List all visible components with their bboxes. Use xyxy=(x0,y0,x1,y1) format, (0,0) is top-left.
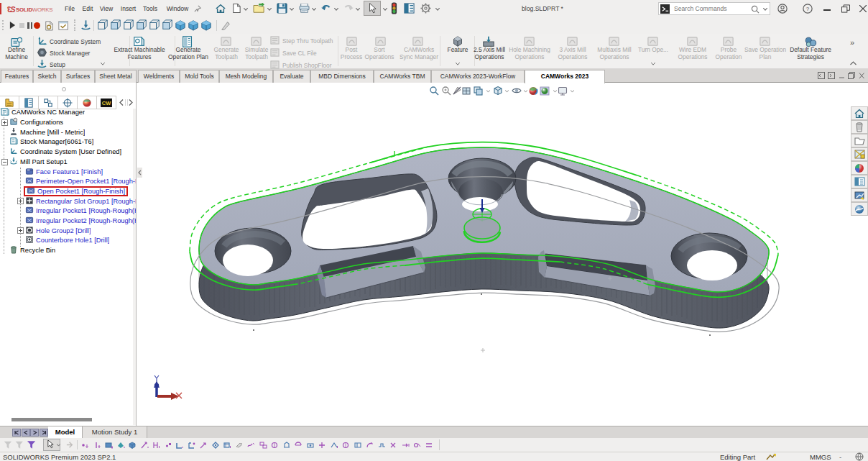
svg-text:SOLIDWORKS: SOLIDWORKS xyxy=(16,6,52,13)
svg-text:S: S xyxy=(11,5,16,14)
svg-text:CW: CW xyxy=(102,100,111,106)
svg-text:?: ? xyxy=(806,6,810,12)
